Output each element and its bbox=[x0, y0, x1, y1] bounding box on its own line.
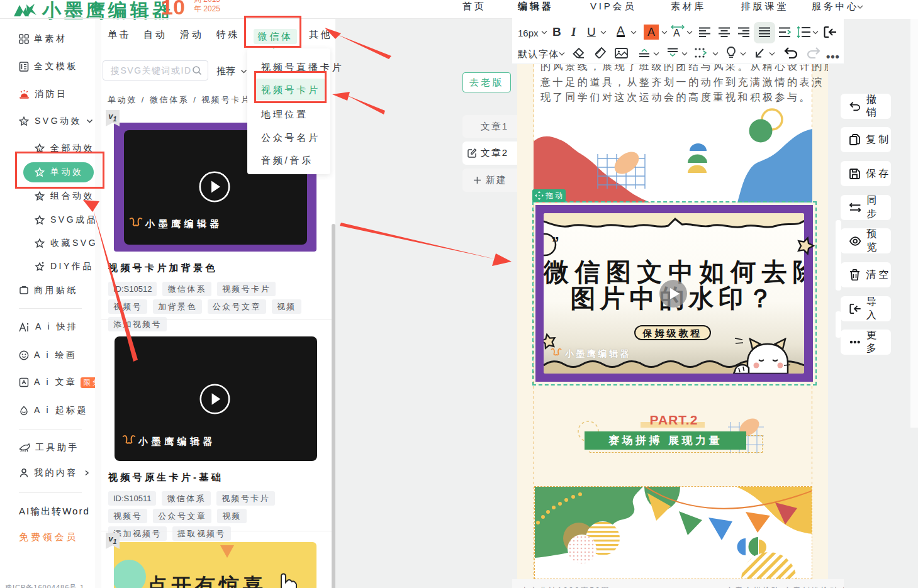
svg-text:s: s bbox=[23, 120, 27, 124]
svg-text:N: N bbox=[38, 195, 43, 199]
svg-text:s: s bbox=[38, 147, 43, 151]
